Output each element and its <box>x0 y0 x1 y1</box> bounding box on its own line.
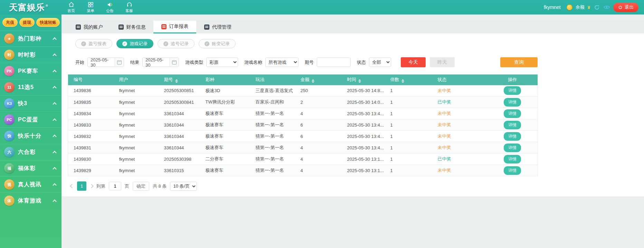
quick-action-3[interactable]: 快速转账 <box>36 18 60 27</box>
cell-lottery: 极速3D <box>200 85 250 97</box>
cell-user: fkymnet <box>114 153 159 165</box>
status-select[interactable]: 全部 <box>369 58 391 67</box>
end-date-input[interactable]: 2025-05-30 <box>142 58 179 67</box>
subtab-2[interactable]: 游戏记录 <box>116 39 153 48</box>
game-name-select[interactable]: 所有游戏 <box>265 58 299 67</box>
pagination: 1 到第 页 确定 共 8 条 10 条/页 <box>61 176 644 191</box>
column-label: 用户 <box>119 77 128 82</box>
chevron-up-icon <box>53 151 56 155</box>
detail-button[interactable]: 详情 <box>504 143 521 152</box>
home-icon <box>68 1 75 8</box>
column-header-3[interactable]: 期号 <box>159 75 200 85</box>
cell-id: 1439836 <box>68 85 114 97</box>
balance-label[interactable]: 余额 <box>576 4 585 10</box>
table-row: 1439831fkymnet33610344极速赛车猜第一-第一名42025-0… <box>68 142 538 153</box>
yesterday-button[interactable]: 昨天 <box>430 57 455 67</box>
brand-logo[interactable]: 天富娱乐® <box>0 2 61 13</box>
sort-icon[interactable] <box>175 79 178 83</box>
sort-icon[interactable] <box>312 79 314 83</box>
pcdd-icon: PC <box>4 115 15 125</box>
power-icon <box>618 5 623 10</box>
column-header-8[interactable]: 倍数 <box>385 75 432 85</box>
start-date-input[interactable]: 2025-05-30 <box>87 58 124 67</box>
topnav-item-2[interactable]: 菜单 <box>84 1 97 13</box>
chevron-right-icon[interactable] <box>89 184 94 188</box>
sidebar-item-5[interactable]: K3快3 <box>0 95 61 111</box>
detail-button[interactable]: 详情 <box>504 109 521 118</box>
liuhecai-icon: 六 <box>4 147 15 157</box>
table-row: 1439835fkymnet202505300841TW腾讯分分彩百家乐-庄闲和… <box>68 97 538 108</box>
detail-button[interactable]: 详情 <box>504 166 521 175</box>
quick-action-1[interactable]: 充值 <box>2 18 18 27</box>
detail-button[interactable]: 详情 <box>504 86 521 95</box>
tab-1[interactable]: 我的账户 <box>68 21 111 33</box>
sidebar-item-4[interactable]: 1111选5 <box>0 79 61 95</box>
sidebar-item-1[interactable]: ★热门彩种 <box>0 30 61 47</box>
quick-action-2[interactable]: 提现 <box>19 18 35 27</box>
cell-lottery: 极速赛车 <box>200 131 250 142</box>
detail-button[interactable]: 详情 <box>504 98 521 107</box>
column-header-4: 彩种 <box>200 75 250 85</box>
game-type-select[interactable]: 彩票 <box>206 58 238 67</box>
sidebar-item-8[interactable]: 六六合彩 <box>0 144 61 160</box>
orders-table: 编号用户期号彩种玩法金额时间倍数状态操作 1439836fkymnet20250… <box>68 74 538 176</box>
sidebar-item-10[interactable]: 视真人视讯 <box>0 176 61 192</box>
sort-icon[interactable] <box>401 79 404 83</box>
check-circle-icon <box>205 41 209 46</box>
topnav-item-3[interactable]: 公告 <box>104 1 116 13</box>
cell-amount: 4 <box>295 108 342 119</box>
sort-icon[interactable] <box>358 79 361 83</box>
subtab-4[interactable]: 账变记录 <box>199 39 236 48</box>
chevron-up-icon <box>53 183 56 187</box>
sidebar-item-label: PC蛋蛋 <box>18 116 53 123</box>
detail-button[interactable]: 详情 <box>504 132 521 141</box>
detail-button[interactable]: 详情 <box>504 121 521 129</box>
subtab-3[interactable]: 追号记录 <box>158 39 195 48</box>
sort-up-arrow <box>358 79 361 81</box>
tab-3[interactable]: 订单报表 <box>153 21 196 33</box>
refresh-icon[interactable] <box>593 4 600 11</box>
cell-play: 三星直选-直选复式 <box>250 85 295 97</box>
sidebar-item-9[interactable]: 福福体彩 <box>0 160 61 176</box>
sidebar-item-6[interactable]: PCPC蛋蛋 <box>0 111 61 128</box>
page-number-button[interactable]: 1 <box>77 181 86 191</box>
cell-lottery: 极速赛车 <box>200 108 250 119</box>
issue-input[interactable] <box>317 58 351 67</box>
sidebar-item-2[interactable]: 时时时彩 <box>0 47 61 63</box>
search-button[interactable]: 查询 <box>500 57 538 67</box>
agent-manage-icon <box>204 24 209 30</box>
sidebar-item-7[interactable]: 快快乐十分 <box>0 128 61 144</box>
cell-time: 2025-05-30 14:0... <box>342 97 385 108</box>
futicai-icon: 福 <box>4 163 15 173</box>
cell-issue: 33610344 <box>159 131 200 142</box>
sidebar-item-11[interactable]: 体体育游戏 <box>0 192 61 209</box>
confirm-button[interactable]: 确定 <box>133 182 149 191</box>
sort-down-arrow <box>358 81 361 83</box>
page-size-select[interactable]: 10 条/页 <box>170 182 197 191</box>
cell-multiple: 1 <box>385 142 432 153</box>
tab-4[interactable]: 代理管理 <box>196 21 239 33</box>
subtab-1[interactable]: 盈亏报表 <box>75 39 112 48</box>
status-badge: 未中奖 <box>438 145 451 150</box>
tab-2[interactable]: 财务信息 <box>111 21 153 33</box>
column-header-6[interactable]: 金额 <box>295 75 342 85</box>
topnav-item-1[interactable]: 首页 <box>65 1 77 13</box>
sidebar-item-label: 快3 <box>18 100 53 107</box>
visibility-icon[interactable] <box>603 4 610 11</box>
calendar-icon[interactable] <box>170 58 179 67</box>
start-date-label: 开始 <box>75 59 84 66</box>
column-header-7[interactable]: 时间 <box>342 75 385 85</box>
logout-button[interactable]: 退出 <box>613 3 638 12</box>
sort-down-arrow <box>312 81 314 83</box>
today-button[interactable]: 今天 <box>401 57 426 67</box>
detail-button[interactable]: 详情 <box>504 155 521 163</box>
status-badge: 未中奖 <box>438 111 451 116</box>
calendar-icon[interactable] <box>115 58 124 67</box>
cell-issue: 33610344 <box>159 119 200 131</box>
chevron-left-icon[interactable] <box>70 184 74 188</box>
topnav-item-4[interactable]: 客服 <box>123 1 135 13</box>
goto-page-input[interactable] <box>109 182 121 190</box>
sidebar-item-3[interactable]: PKPK赛车 <box>0 63 61 79</box>
tab-label: 我的账户 <box>84 24 103 30</box>
column-label: 倍数 <box>390 77 399 82</box>
